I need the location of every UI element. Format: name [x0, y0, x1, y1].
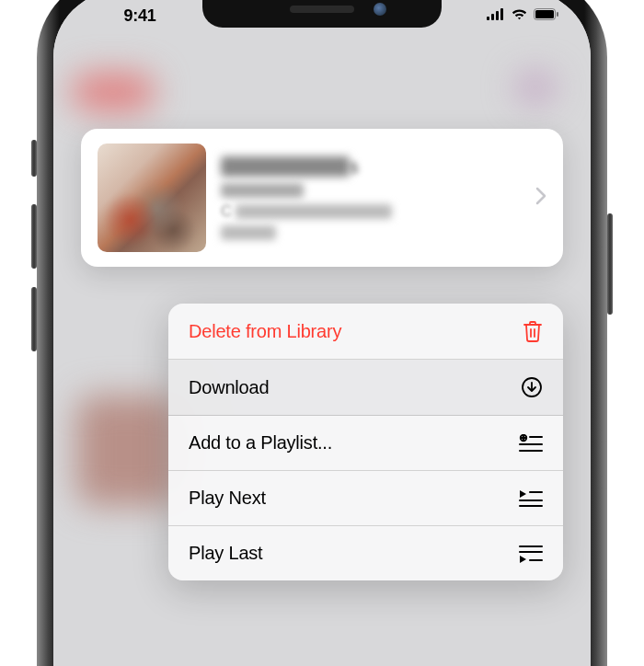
add-to-playlist-icon	[519, 434, 543, 453]
delete-from-library-item[interactable]: Delete from Library	[168, 304, 563, 360]
trash-icon	[523, 320, 543, 342]
svg-rect-3	[500, 8, 503, 20]
menu-label: Add to a Playlist...	[189, 432, 332, 454]
status-time: 9:41	[85, 3, 195, 26]
wifi-icon	[511, 7, 528, 24]
iphone-frame: 9:41 s	[37, 0, 607, 666]
song-info: s C	[221, 156, 521, 240]
svg-rect-2	[496, 11, 499, 20]
play-next-item[interactable]: Play Next	[168, 471, 563, 526]
front-camera	[374, 3, 386, 16]
album-artwork	[98, 144, 206, 252]
svg-rect-1	[491, 14, 494, 20]
menu-label: Delete from Library	[189, 321, 341, 342]
song-title-suffix: s	[350, 156, 359, 178]
battery-icon	[534, 7, 559, 24]
status-indicators	[449, 4, 559, 24]
download-icon	[521, 376, 543, 398]
svg-rect-6	[557, 12, 558, 17]
speaker-grille	[290, 6, 354, 13]
play-next-icon	[519, 489, 543, 508]
menu-label: Play Last	[189, 543, 262, 564]
chevron-right-icon	[535, 187, 546, 209]
song-album-prefix: C	[221, 203, 232, 220]
download-item[interactable]: Download	[168, 360, 563, 416]
svg-rect-0	[487, 17, 489, 20]
volume-up-button	[31, 204, 37, 269]
silent-switch	[31, 140, 37, 177]
play-last-item[interactable]: Play Last	[168, 526, 563, 580]
song-year-obscured	[221, 225, 276, 240]
menu-label: Play Next	[189, 488, 266, 509]
song-album-obscured	[236, 204, 392, 219]
context-menu: Delete from Library Download Add to a Pl…	[168, 304, 563, 580]
play-last-icon	[519, 545, 543, 563]
svg-rect-5	[535, 10, 554, 18]
screen: 9:41 s	[53, 0, 591, 666]
cellular-icon	[487, 7, 505, 24]
song-artist-obscured	[221, 183, 304, 198]
power-button	[607, 213, 613, 315]
volume-down-button	[31, 287, 37, 351]
menu-label: Download	[189, 377, 269, 398]
song-preview-card[interactable]: s C	[81, 129, 563, 267]
notch	[202, 0, 442, 28]
song-title-obscured	[221, 156, 350, 177]
add-to-playlist-item[interactable]: Add to a Playlist...	[168, 416, 563, 471]
